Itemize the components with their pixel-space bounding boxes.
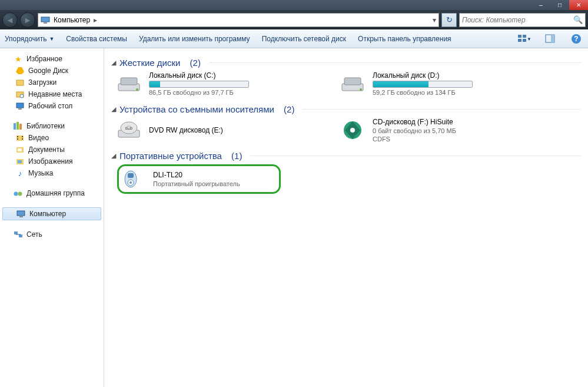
sidebar-item-documents[interactable]: Документы xyxy=(0,144,104,156)
sidebar-item-downloads[interactable]: Загрузки xyxy=(0,77,104,88)
maximize-button[interactable]: □ xyxy=(550,0,569,10)
capacity-bar xyxy=(373,81,473,88)
sidebar-network[interactable]: Сеть xyxy=(0,229,104,240)
computer-icon xyxy=(16,209,26,219)
section-header-portable[interactable]: ◢ Портативные устройства (1) xyxy=(111,151,581,161)
drive-free-text: 59,2 ГБ свободно из 134 ГБ xyxy=(373,89,473,96)
sidebar-item-video[interactable]: Видео xyxy=(0,132,104,144)
sidebar-favorites-header[interactable]: ★ Избранное xyxy=(0,53,104,65)
nav-forward-button[interactable]: ► xyxy=(20,12,35,28)
annotation-highlight: DLI-TL20 Портативный проигрыватель xyxy=(117,164,281,194)
refresh-button[interactable]: ↻ xyxy=(441,13,457,27)
collapse-icon: ◢ xyxy=(111,59,116,67)
svg-rect-7 xyxy=(551,35,554,42)
google-drive-icon xyxy=(15,66,25,75)
downloads-icon xyxy=(15,78,25,87)
portable-device-dli-tl20[interactable]: DLI-TL20 Портативный проигрыватель xyxy=(121,168,240,190)
search-input[interactable] xyxy=(462,16,571,24)
drive-label: CD-дисковод (F:) HiSuite xyxy=(373,118,456,126)
search-icon[interactable]: 🔍 xyxy=(573,15,583,25)
drive-label: Локальный диск (C:) xyxy=(149,71,249,80)
svg-rect-21 xyxy=(17,138,18,140)
homegroup-icon xyxy=(14,188,23,198)
chevron-right-icon[interactable]: ▸ xyxy=(94,16,97,24)
svg-rect-4 xyxy=(518,39,521,42)
search-box[interactable]: 🔍 xyxy=(459,13,586,27)
minimize-button[interactable]: – xyxy=(531,0,550,10)
nav-back-button[interactable]: ◄ xyxy=(2,12,18,28)
computer-icon xyxy=(41,15,50,25)
svg-point-37 xyxy=(136,88,138,91)
drive-f[interactable]: CD-дисковод (F:) HiSuite 0 байт свободно… xyxy=(341,118,529,143)
close-button[interactable]: ✕ xyxy=(569,0,588,10)
svg-rect-31 xyxy=(19,216,23,217)
address-bar: ◄ ► Компьютер ▸ ▾ ↻ 🔍 xyxy=(0,10,588,29)
pictures-icon xyxy=(15,157,25,166)
svg-text:?: ? xyxy=(574,35,578,43)
svg-rect-3 xyxy=(523,35,526,38)
sidebar-item-recent[interactable]: Недавние места xyxy=(0,88,104,100)
toolbar: Упорядочить▼ Свойства системы Удалить ил… xyxy=(0,29,588,48)
sidebar-item-desktop[interactable]: Рабочий стол xyxy=(0,100,104,112)
capacity-bar xyxy=(149,81,249,88)
sidebar-item-pictures[interactable]: Изображения xyxy=(0,156,104,167)
help-button[interactable]: ? xyxy=(569,32,583,46)
star-icon: ★ xyxy=(14,54,23,64)
titlebar: – □ ✕ xyxy=(0,0,588,10)
svg-rect-39 xyxy=(344,78,361,85)
sidebar-item-google-drive[interactable]: Google Диск xyxy=(0,65,104,77)
preview-pane-button[interactable] xyxy=(543,32,557,46)
portable-player-icon xyxy=(121,168,147,190)
drive-label: Локальный диск (D:) xyxy=(373,71,473,80)
svg-rect-22 xyxy=(22,136,23,137)
content-area: ◢ Жесткие диски (2) Локальный диск (C:) … xyxy=(104,48,588,387)
sidebar-item-music[interactable]: ♪ Музыка xyxy=(0,167,104,179)
section-header-hdd[interactable]: ◢ Жесткие диски (2) xyxy=(111,58,581,68)
svg-rect-32 xyxy=(14,231,18,234)
chevron-down-icon: ▼ xyxy=(49,36,54,42)
organize-menu[interactable]: Упорядочить▼ xyxy=(5,35,54,43)
svg-point-13 xyxy=(20,94,24,98)
svg-rect-36 xyxy=(121,78,137,85)
open-control-panel-button[interactable]: Открыть панель управления xyxy=(358,35,451,43)
map-network-drive-button[interactable]: Подключить сетевой диск xyxy=(262,35,346,43)
sidebar-computer[interactable]: Компьютер xyxy=(2,207,101,220)
documents-icon xyxy=(15,145,25,154)
network-icon xyxy=(14,230,23,239)
sidebar-libraries-header[interactable]: Библиотеки xyxy=(0,120,104,132)
breadcrumb[interactable]: Компьютер ▸ ▾ xyxy=(38,13,439,27)
sidebar-homegroup[interactable]: Домашняя группа xyxy=(0,187,104,199)
dvd-drive-icon: DVD xyxy=(117,120,143,141)
drive-label: DVD RW дисковод (E:) xyxy=(149,126,223,134)
drive-filesystem: CDFS xyxy=(373,135,456,143)
device-label: DLI-TL20 xyxy=(153,171,240,179)
svg-rect-20 xyxy=(17,136,18,137)
svg-rect-16 xyxy=(14,123,16,130)
breadcrumb-dropdown-icon[interactable]: ▾ xyxy=(433,16,436,24)
music-icon: ♪ xyxy=(15,168,25,178)
svg-rect-30 xyxy=(17,211,25,216)
libraries-icon xyxy=(14,121,23,131)
svg-rect-2 xyxy=(518,35,521,38)
svg-rect-25 xyxy=(18,148,22,151)
drive-d[interactable]: Локальный диск (D:) 59,2 ГБ свободно из … xyxy=(341,71,529,96)
uninstall-program-button[interactable]: Удалить или изменить программу xyxy=(139,35,250,43)
drive-c[interactable]: Локальный диск (C:) 86,5 ГБ свободно из … xyxy=(117,71,305,96)
section-header-removable[interactable]: ◢ Устройства со съемными носителями (2) xyxy=(111,104,581,114)
svg-point-50 xyxy=(129,181,132,184)
desktop-icon xyxy=(15,101,25,111)
collapse-icon: ◢ xyxy=(111,152,116,160)
system-properties-button[interactable]: Свойства системы xyxy=(66,35,127,43)
collapse-icon: ◢ xyxy=(111,105,116,113)
svg-rect-23 xyxy=(22,138,23,140)
view-options-button[interactable]: ▼ xyxy=(517,32,531,46)
video-icon xyxy=(15,133,25,143)
svg-text:DVD: DVD xyxy=(125,127,133,130)
drive-free-text: 0 байт свободно из 5,70 МБ xyxy=(373,127,456,134)
breadcrumb-root[interactable]: Компьютер xyxy=(54,16,90,24)
navigation-pane: ★ Избранное Google Диск Загрузки Недавни… xyxy=(0,48,104,387)
svg-rect-27 xyxy=(18,160,22,163)
hdd-icon xyxy=(341,73,367,94)
svg-rect-1 xyxy=(44,22,47,24)
drive-e[interactable]: DVD DVD RW дисковод (E:) xyxy=(117,118,305,143)
